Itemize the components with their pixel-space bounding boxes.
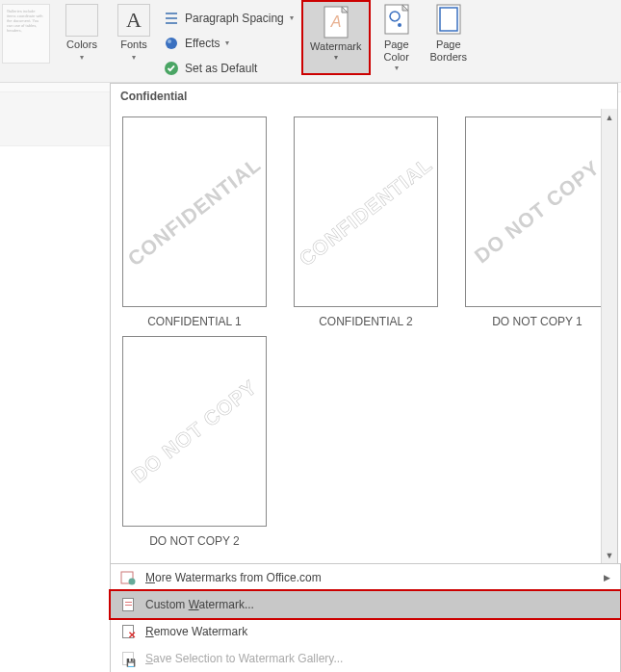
chevron-down-icon: ▾ <box>132 53 136 62</box>
watermark-label: Watermark <box>310 40 361 53</box>
watermark-text: CONFIDENTIAL <box>295 153 436 271</box>
paragraph-spacing-button[interactable]: Paragraph Spacing ▾ <box>164 8 294 29</box>
checkmark-circle-icon <box>164 61 179 76</box>
chevron-down-icon: ▾ <box>395 64 399 72</box>
set-as-default-label: Set as Default <box>185 62 257 75</box>
effects-label: Effects <box>185 37 220 50</box>
more-watermarks-item[interactable]: More Watermarks from Office.com ▶ <box>111 564 620 591</box>
colors-label: Colors <box>66 39 97 51</box>
svg-point-12 <box>129 579 136 585</box>
save-selection-item: 💾 Save Selection to Watermark Gallery... <box>111 645 620 672</box>
effects-button[interactable]: Effects ▾ <box>164 33 294 54</box>
submenu-arrow-icon: ▶ <box>604 573 610 582</box>
watermark-icon: A <box>320 6 352 39</box>
page-borders-button[interactable]: PageBorders <box>423 0 475 82</box>
fonts-button[interactable]: A Fonts ▾ <box>108 0 160 82</box>
colors-swatch-icon <box>65 4 98 37</box>
remove-watermark-label: Remove Watermark <box>145 625 247 638</box>
watermark-text: CONFIDENTIAL <box>123 153 265 271</box>
page-color-label: PageColor <box>384 39 409 64</box>
svg-point-1 <box>168 39 171 43</box>
gallery-item-label: DO NOT COPY 2 <box>149 534 240 548</box>
save-page-icon: 💾 <box>120 651 136 666</box>
ribbon: Galleries include items coordinate with … <box>0 0 621 83</box>
set-as-default-button[interactable]: Set as Default <box>164 58 294 79</box>
gallery-item[interactable]: CONFIDENTIALCONFIDENTIAL 2 <box>294 116 438 328</box>
gallery-item-label: CONFIDENTIAL 1 <box>147 315 242 328</box>
gallery-scrollbar[interactable]: ▲ ▼ <box>601 109 617 563</box>
chevron-down-icon: ▾ <box>80 53 84 62</box>
watermark-button[interactable]: A Watermark ▾ <box>301 0 371 75</box>
more-watermarks-label: More Watermarks from Office.com <box>145 571 322 584</box>
gallery-item[interactable]: DO NOT COPYDO NOT COPY 2 <box>122 336 267 548</box>
dropdown-section-header: Confidential <box>111 84 617 109</box>
formatting-options: Paragraph Spacing ▾ Effects ▾ Set as Def… <box>160 0 301 82</box>
gallery-item[interactable]: DO NOT COPYDO NOT COPY 1 <box>465 116 609 328</box>
save-selection-label: Save Selection to Watermark Gallery... <box>145 652 343 665</box>
themes-preview: Galleries include items coordinate with … <box>2 4 50 64</box>
paragraph-spacing-label: Paragraph Spacing <box>185 12 284 25</box>
watermark-dropdown: Confidential CONFIDENTIALCONFIDENTIAL 1C… <box>110 83 618 563</box>
watermark-text: DO NOT COPY <box>470 156 604 268</box>
office-icon <box>120 570 136 585</box>
custom-watermark-label: Custom Watermark... <box>145 598 254 611</box>
chevron-down-icon: ▾ <box>290 13 294 22</box>
watermark-text: DO NOT COPY <box>127 375 261 487</box>
fonts-label: Fonts <box>120 39 147 51</box>
page-borders-label: PageBorders <box>429 39 467 64</box>
watermark-preview[interactable]: DO NOT COPY <box>465 116 609 307</box>
gallery-item-label: CONFIDENTIAL 2 <box>319 315 413 328</box>
page-borders-icon <box>432 4 465 37</box>
gallery-item-label: DO NOT COPY 1 <box>492 315 582 328</box>
page-color-button[interactable]: PageColor ▾ <box>371 0 423 82</box>
remove-page-icon: ✕ <box>120 624 136 639</box>
svg-point-8 <box>398 23 401 27</box>
watermark-preview[interactable]: CONFIDENTIAL <box>294 116 438 307</box>
colors-button[interactable]: Colors ▾ <box>56 0 108 82</box>
watermark-preview[interactable]: DO NOT COPY <box>122 336 267 527</box>
effects-icon <box>164 36 179 51</box>
paragraph-spacing-icon <box>164 11 179 26</box>
chevron-down-icon: ▾ <box>225 39 229 47</box>
scroll-up-icon[interactable]: ▲ <box>602 109 617 125</box>
watermark-gallery: CONFIDENTIALCONFIDENTIAL 1CONFIDENTIALCO… <box>111 109 617 563</box>
gallery-item[interactable]: CONFIDENTIALCONFIDENTIAL 1 <box>122 116 267 328</box>
custom-watermark-item[interactable]: Custom Watermark... <box>111 591 620 618</box>
chevron-down-icon: ▾ <box>334 53 338 62</box>
page-icon <box>120 597 136 612</box>
watermark-menu: More Watermarks from Office.com ▶ Custom… <box>110 563 621 672</box>
svg-text:A: A <box>329 13 341 30</box>
fonts-icon: A <box>117 4 150 37</box>
remove-watermark-item[interactable]: ✕ Remove Watermark <box>111 618 620 645</box>
scroll-down-icon[interactable]: ▼ <box>602 547 617 563</box>
page-color-icon <box>380 4 413 37</box>
svg-point-0 <box>166 38 177 49</box>
watermark-preview[interactable]: CONFIDENTIAL <box>122 116 267 307</box>
